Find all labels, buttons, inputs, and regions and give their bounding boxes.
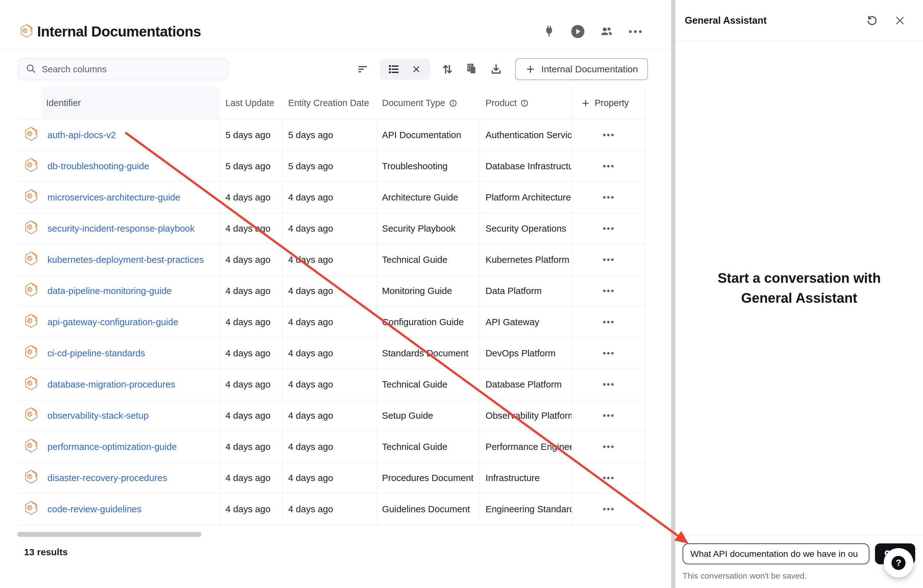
last-update-cell: 4 days ago (220, 400, 282, 431)
row-actions-button[interactable] (572, 369, 645, 400)
identifier-link[interactable]: api-gateway-configuration-guide (48, 317, 178, 327)
row-actions-button[interactable] (572, 431, 645, 462)
add-internal-documentation-button[interactable]: Internal Documentation (515, 58, 648, 80)
product-cell: Authentication Service (480, 120, 572, 150)
identifier-link[interactable]: code-review-guidelines (48, 504, 141, 514)
row-actions-button[interactable] (572, 462, 645, 493)
identifier-link[interactable]: performance-optimization-guide (48, 442, 177, 452)
table-row[interactable]: K kubernetes-deployment-best-practices 4… (17, 244, 645, 275)
document-type-cell: Monitoring Guide (377, 275, 480, 306)
table-row[interactable]: K ci-cd-pipeline-standards 4 days ago 4 … (17, 338, 645, 369)
document-type-cell: API Documentation (377, 120, 480, 150)
plus-icon (581, 99, 590, 108)
row-actions-button[interactable] (572, 151, 645, 181)
document-type-cell: Technical Guide (377, 431, 480, 462)
product-cell: Database Platform (480, 369, 572, 400)
custom-asset-icon: K (24, 500, 38, 517)
last-update-cell: 5 days ago (220, 120, 282, 150)
last-update-cell: 4 days ago (220, 244, 282, 275)
table-row[interactable]: K disaster-recovery-procedures 4 days ag… (17, 462, 645, 494)
identifier-cell: K disaster-recovery-procedures (17, 462, 220, 493)
row-actions-button[interactable] (572, 182, 645, 213)
identifier-link[interactable]: db-troubleshooting-guide (48, 161, 149, 171)
document-type-cell: Security Playbook (377, 213, 480, 244)
assistant-chat-input[interactable] (683, 544, 869, 564)
product-cell: Engineering Standards (480, 494, 572, 524)
entity-creation-date-cell: 4 days ago (282, 462, 377, 493)
list-view-icon[interactable] (387, 62, 401, 76)
identifier-link[interactable]: database-migration-procedures (48, 379, 175, 390)
column-header-identifier[interactable]: Identifier (42, 87, 220, 119)
copy-icon[interactable] (465, 62, 479, 76)
add-property-button[interactable]: Property (572, 87, 645, 119)
entity-creation-date-cell: 4 days ago (282, 213, 377, 244)
table-row[interactable]: K database-migration-procedures 4 days a… (17, 369, 645, 400)
column-header-product[interactable]: Product (480, 87, 572, 119)
page-title: Internal Documentations (37, 23, 201, 40)
table-row[interactable]: K observability-stack-setup 4 days ago 4… (17, 400, 645, 431)
svg-text:K: K (28, 381, 31, 385)
horizontal-scrollbar[interactable] (17, 532, 202, 537)
row-actions-button[interactable] (572, 213, 645, 244)
column-header-last-update[interactable]: Last Update (220, 87, 282, 119)
identifier-link[interactable]: disaster-recovery-procedures (48, 473, 167, 483)
people-icon[interactable] (599, 24, 614, 39)
entity-creation-date-cell: 4 days ago (282, 244, 377, 275)
entity-creation-date-cell: 4 days ago (282, 182, 377, 213)
row-actions-button[interactable] (572, 120, 645, 150)
table-row[interactable]: K performance-optimization-guide 4 days … (17, 431, 645, 462)
identifier-link[interactable]: data-pipeline-monitoring-guide (48, 286, 172, 296)
table-row[interactable]: K data-pipeline-monitoring-guide 4 days … (17, 275, 645, 307)
help-button[interactable]: ? (884, 548, 913, 577)
identifier-link[interactable]: microservices-architecture-guide (48, 192, 180, 203)
assistant-title: General Assistant (685, 15, 866, 26)
table-row[interactable]: K code-review-guidelines 4 days ago 4 da… (17, 494, 645, 525)
table-row[interactable]: K security-incident-response-playbook 4 … (17, 213, 645, 244)
filter-icon[interactable] (355, 62, 370, 76)
search-columns-box[interactable] (18, 58, 228, 80)
plug-icon[interactable] (542, 24, 556, 39)
reset-conversation-icon[interactable] (866, 14, 878, 27)
sort-icon[interactable] (440, 62, 455, 76)
play-icon[interactable] (571, 24, 585, 39)
documents-table: Identifier Last Update Entity Creation D… (17, 87, 645, 525)
last-update-cell: 4 days ago (220, 307, 282, 337)
identifier-link[interactable]: security-incident-response-playbook (48, 223, 195, 234)
close-panel-icon[interactable] (894, 14, 906, 27)
search-columns-input[interactable] (42, 64, 223, 74)
identifier-link[interactable]: auth-api-docs-v2 (48, 130, 116, 140)
identifier-link[interactable]: kubernetes-deployment-best-practices (48, 255, 204, 265)
identifier-link[interactable]: ci-cd-pipeline-standards (48, 348, 145, 358)
svg-text:K: K (28, 256, 31, 260)
document-type-cell: Configuration Guide (377, 307, 480, 337)
row-actions-button[interactable] (572, 400, 645, 431)
entity-creation-date-cell: 4 days ago (282, 369, 377, 400)
table-row[interactable]: K auth-api-docs-v2 5 days ago 5 days ago… (17, 120, 645, 151)
custom-asset-icon: K (24, 251, 38, 268)
row-actions-button[interactable] (572, 307, 645, 337)
view-switcher (380, 59, 430, 80)
conversation-disclaimer: This conversation won't be saved. (683, 571, 915, 581)
row-actions-button[interactable] (572, 244, 645, 275)
column-header-document-type[interactable]: Document Type (377, 87, 480, 119)
table-row[interactable]: K microservices-architecture-guide 4 day… (17, 182, 645, 213)
row-actions-button[interactable] (572, 338, 645, 368)
entity-creation-date-cell: 4 days ago (282, 494, 377, 524)
table-row[interactable]: K db-troubleshooting-guide 5 days ago 5 … (17, 151, 645, 182)
main-area: K Internal Documentations (0, 0, 671, 588)
more-options-icon[interactable] (628, 24, 642, 39)
custom-asset-icon: K (24, 126, 38, 143)
product-cell: Platform Architecture (480, 182, 572, 213)
last-update-cell: 4 days ago (220, 369, 282, 400)
product-cell: Security Operations (480, 213, 572, 244)
download-icon[interactable] (489, 62, 503, 76)
row-actions-button[interactable] (572, 275, 645, 306)
clear-view-icon[interactable] (409, 62, 424, 76)
svg-text:K: K (28, 506, 31, 509)
row-actions-button[interactable] (572, 494, 645, 524)
table-row[interactable]: K api-gateway-configuration-guide 4 days… (17, 307, 645, 338)
column-header-entity-creation-date[interactable]: Entity Creation Date (282, 87, 377, 119)
identifier-link[interactable]: observability-stack-setup (48, 410, 149, 421)
last-update-cell: 4 days ago (220, 213, 282, 244)
svg-text:K: K (28, 163, 31, 166)
